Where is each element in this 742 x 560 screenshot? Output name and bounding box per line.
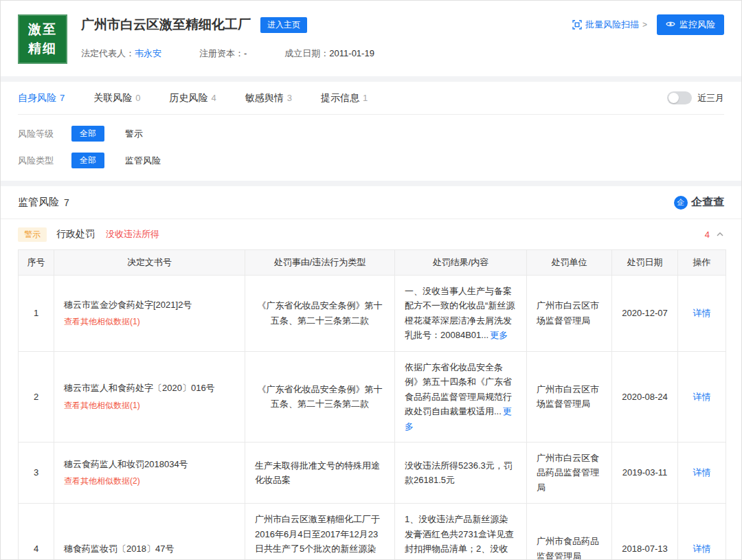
tab-label: 自身风险 (18, 92, 56, 104)
risk-level-all-chip[interactable]: 全部 (71, 126, 104, 142)
row-result: 依据广东省化妆品安全条例》第五十四条和《广东省食品药品监督管理局规范行政处罚自由… (395, 351, 527, 442)
row-unit: 广州市白云区市场监督管理局 (527, 351, 612, 442)
detail-link[interactable]: 详情 (693, 392, 711, 402)
row-seq: 1 (19, 276, 54, 352)
result-text: 依据广东省化妆品安全条例》第五十四条和《广东省食品药品监督管理局规范行政处罚自由… (405, 362, 512, 416)
batch-risk-scan-label: 批量风险扫描 (585, 19, 639, 31)
detail-link[interactable]: 详情 (693, 544, 711, 554)
row-result: 没收违法所得5236.3元，罚款26181.5元 (395, 442, 527, 503)
similar-data-link[interactable]: 查看其他相似数据(1) (64, 399, 235, 413)
section-count: 7 (64, 197, 69, 208)
logo-line2: 精细 (28, 39, 57, 58)
tab-count: 3 (287, 93, 292, 103)
tab-count: 0 (135, 93, 140, 103)
row-date: 2018-07-13 (612, 504, 678, 560)
company-info-row: 法定代表人：韦永安 注册资本：- 成立日期：2011-01-19 (81, 47, 724, 60)
tab-self-risk[interactable]: 自身风险 7 (18, 92, 65, 104)
section-header: 监管风险 7 企 企查查 (1, 186, 741, 219)
scan-icon (572, 20, 582, 30)
reg-capital-value: - (244, 48, 247, 58)
company-header: 激至 精细 广州市白云区激至精细化工厂 进入主页 批量风险扫描 (1, 1, 741, 76)
penalty-count: 4 (705, 229, 710, 240)
table-row: 4 穗食药监妆罚〔2018〕47号 广州市白云区激至精细化工厂于2016年6月4… (19, 504, 726, 560)
similar-data-link[interactable]: 查看其他相似数据(2) (64, 475, 235, 489)
row-unit: 广州市白云区市场监督管理局 (527, 276, 612, 352)
tab-related-risk[interactable]: 关联风险 0 (93, 92, 140, 104)
row-seq: 2 (19, 351, 54, 442)
risk-type-filter: 风险类型 全部 监管风险 (18, 153, 724, 168)
qcc-logo-text: 企查查 (691, 195, 724, 210)
table-row: 2 穗云市监人和食药处字〔2020〕016号 查看其他相似数据(1) 《广东省化… (19, 351, 726, 442)
more-link[interactable]: 更多 (490, 330, 508, 340)
penalty-subsection-controls: 4 (705, 229, 724, 240)
doc-number: 穗云市监人和食药处字〔2020〕016号 (64, 381, 235, 395)
risk-level-label: 风险等级 (18, 128, 71, 140)
toggle-label: 近三月 (697, 92, 724, 104)
regulatory-risk-section: 监管风险 7 企 企查查 警示 行政处罚 没收违法所得 4 (1, 186, 741, 560)
tab-label: 敏感舆情 (245, 92, 284, 104)
enter-homepage-button[interactable]: 进入主页 (260, 17, 307, 33)
company-logo: 激至 精细 (18, 14, 67, 64)
row-action: 详情 (678, 504, 726, 560)
warning-badge: 警示 (18, 227, 47, 242)
result-text: 没收违法所得5236.3元，罚款26181.5元 (405, 460, 513, 485)
row-doc: 穗云市监人和食药处字〔2020〕016号 查看其他相似数据(1) (54, 351, 245, 442)
monitor-risk-button[interactable]: 监控风险 (657, 14, 724, 35)
col-action: 操作 (678, 250, 726, 276)
reg-capital-label: 注册资本： (199, 48, 244, 58)
row-date: 2019-03-11 (612, 442, 678, 503)
section-title: 监管风险 (18, 196, 59, 209)
page-title: 广州市白云区激至精细化工厂 (81, 16, 251, 34)
row-doc: 穗云食药监人和妆罚2018034号 查看其他相似数据(2) (54, 442, 245, 503)
tab-count: 1 (363, 93, 368, 103)
risk-level-warn-option[interactable]: 警示 (125, 128, 143, 140)
monitor-risk-label: 监控风险 (679, 19, 715, 31)
row-unit: 广州市食品药品监督管理局 (527, 504, 612, 560)
row-doc: 穗云市监金沙食药处字[2021]2号 查看其他相似数据(1) (54, 276, 245, 352)
tab-count: 4 (211, 93, 216, 103)
table-row: 3 穗云食药监人和妆罚2018034号 查看其他相似数据(2) 生产未取得批准文… (19, 442, 726, 503)
risk-tabs: 自身风险 7 关联风险 0 历史风险 4 敏感舆情 3 提示信息 1 近三月 (18, 82, 724, 115)
tab-label: 提示信息 (321, 92, 359, 104)
founded-date-value: 2011-01-19 (329, 48, 374, 58)
table-row: 1 穗云市监金沙食药处字[2021]2号 查看其他相似数据(1) 《广东省化妆品… (19, 276, 726, 352)
reg-capital: 注册资本：- (199, 47, 247, 60)
risk-tabs-card: 自身风险 7 关联风险 0 历史风险 4 敏感舆情 3 提示信息 1 近三月 (1, 82, 741, 181)
tab-label: 历史风险 (169, 92, 207, 104)
company-risk-page: 激至 精细 广州市白云区激至精细化工厂 进入主页 批量风险扫描 (0, 0, 742, 560)
doc-number: 穗云食药监人和妆罚2018034号 (64, 457, 235, 471)
risk-type-all-chip[interactable]: 全部 (71, 153, 104, 168)
row-date: 2020-08-24 (612, 351, 678, 442)
row-seq: 3 (19, 442, 54, 503)
toggle-knob (668, 93, 679, 103)
tab-sensitive-sentiment[interactable]: 敏感舆情 3 (245, 92, 292, 104)
risk-type-regulatory-option[interactable]: 监管风险 (125, 155, 161, 167)
doc-number: 穗食药监妆罚〔2018〕47号 (64, 541, 235, 556)
tab-notice-info[interactable]: 提示信息 1 (321, 92, 368, 104)
legal-rep-link[interactable]: 韦永安 (135, 48, 161, 58)
penalty-table: 序号 决定文书号 处罚事由/违法行为类型 处罚结果/内容 处罚单位 处罚日期 操… (18, 249, 726, 560)
detail-link[interactable]: 详情 (693, 308, 711, 318)
header-main: 广州市白云区激至精细化工厂 进入主页 批量风险扫描 > (81, 14, 724, 64)
row-action: 详情 (678, 276, 726, 352)
qcc-logo-icon: 企 (674, 196, 688, 210)
founded-date: 成立日期：2011-01-19 (284, 47, 374, 60)
row-reason: 《广东省化妆品安全条例》第十五条、第二十三条第二款 (245, 351, 395, 442)
tab-label: 关联风险 (93, 92, 132, 104)
detail-link[interactable]: 详情 (693, 467, 711, 478)
similar-data-link[interactable]: 查看其他相似数据(1) (64, 315, 235, 329)
recent-three-months-toggle[interactable] (667, 91, 692, 104)
title-row: 广州市白云区激至精细化工厂 进入主页 批量风险扫描 > (81, 14, 724, 35)
table-header-row: 序号 决定文书号 处罚事由/违法行为类型 处罚结果/内容 处罚单位 处罚日期 操… (19, 250, 726, 276)
col-reason: 处罚事由/违法行为类型 (245, 250, 395, 276)
col-date: 处罚日期 (612, 250, 678, 276)
row-doc: 穗食药监妆罚〔2018〕47号 (54, 504, 245, 560)
chevron-up-icon[interactable] (716, 230, 724, 238)
batch-risk-scan-link[interactable]: 批量风险扫描 > (572, 19, 647, 31)
admin-penalty-label[interactable]: 行政处罚 (56, 228, 95, 240)
col-unit: 处罚单位 (527, 250, 612, 276)
confiscation-tag[interactable]: 没收违法所得 (106, 228, 159, 240)
chevron-right-icon: > (642, 20, 647, 30)
admin-penalty-subsection: 警示 行政处罚 没收违法所得 4 (1, 219, 741, 249)
tab-history-risk[interactable]: 历史风险 4 (169, 92, 216, 104)
